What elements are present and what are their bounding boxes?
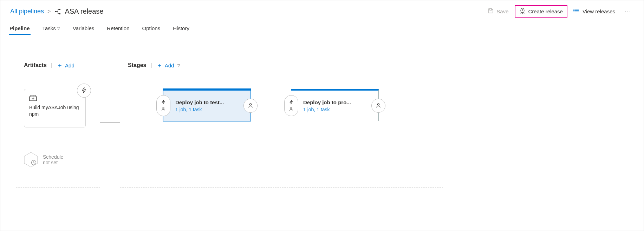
svg-point-9 — [573, 10, 574, 11]
stage-name: Deploy job to pro... — [303, 99, 351, 105]
connector-line — [100, 122, 120, 123]
add-stage-button[interactable]: ＋ Add ▽ — [156, 62, 181, 68]
divider: | — [150, 62, 152, 68]
more-menu-button[interactable]: ⋯ — [621, 6, 635, 17]
tab-history[interactable]: History — [172, 21, 190, 35]
stage-card[interactable]: Deploy job to test... 1 job, 1 task — [163, 89, 251, 121]
stage-name: Deploy job to test... — [175, 99, 224, 105]
tab-options[interactable]: Options — [142, 21, 161, 35]
artifact-trigger-button[interactable] — [77, 84, 91, 98]
artifacts-panel: Artifacts | ＋ Add Build myASAJob using n… — [16, 52, 100, 187]
schedule-label-line1: Schedule — [43, 154, 63, 160]
svg-rect-2 — [59, 13, 60, 14]
person-icon — [376, 103, 381, 109]
stage-pre-conditions-button[interactable] — [284, 95, 298, 116]
page-title: ASA release — [65, 7, 103, 15]
pipeline-icon — [54, 8, 61, 15]
svg-point-4 — [522, 9, 523, 11]
breadcrumb-root[interactable]: All pipelines — [10, 8, 44, 15]
view-releases-button[interactable]: View releases — [569, 5, 620, 18]
svg-point-17 — [377, 103, 379, 105]
plus-icon: ＋ — [57, 62, 63, 68]
schedule-label-line2: not set — [43, 160, 63, 165]
lightning-icon — [161, 100, 165, 106]
artifact-card[interactable]: Build myASAJob using npm — [24, 89, 86, 127]
tab-variables[interactable]: Variables — [72, 21, 95, 35]
create-release-label: Create release — [528, 8, 563, 14]
tab-bar: Pipeline Tasks▽ Variables Retention Opti… — [0, 21, 644, 35]
person-icon — [248, 103, 253, 109]
stages-heading: Stages — [128, 62, 146, 68]
breadcrumb-separator: > — [47, 8, 51, 15]
add-stage-label: Add — [165, 62, 174, 68]
save-icon — [488, 8, 494, 15]
schedule-badge[interactable]: Schedule not set — [24, 152, 92, 167]
lightning-icon — [81, 87, 87, 94]
add-artifact-label: Add — [65, 62, 74, 68]
stage-post-conditions-button[interactable] — [371, 99, 385, 113]
lightning-icon — [289, 100, 293, 106]
person-icon — [161, 106, 165, 112]
svg-point-16 — [291, 107, 292, 109]
chevron-down-icon: ▽ — [177, 64, 180, 67]
person-icon — [289, 106, 293, 112]
create-release-button[interactable]: Create release — [515, 5, 567, 18]
stages-panel: Stages | ＋ Add ▽ Deploy job to test... 1… — [120, 52, 443, 187]
svg-point-8 — [573, 9, 574, 9]
svg-point-10 — [573, 12, 574, 12]
save-label: Save — [496, 8, 508, 14]
artifacts-heading: Artifacts — [24, 62, 47, 68]
rocket-icon — [519, 8, 526, 15]
stage-tasks-link[interactable]: 1 job, 1 task — [175, 107, 224, 112]
tab-pipeline[interactable]: Pipeline — [9, 21, 31, 35]
stage-post-conditions-button[interactable] — [243, 99, 258, 113]
view-releases-label: View releases — [583, 8, 615, 14]
svg-rect-3 — [490, 9, 492, 10]
svg-point-14 — [163, 107, 164, 109]
stage-card[interactable]: Deploy job to pro... 1 job, 1 task — [291, 89, 379, 121]
package-icon — [29, 94, 80, 102]
artifact-title: Build myASAJob using npm — [29, 104, 80, 118]
tab-tasks[interactable]: Tasks▽ — [42, 21, 61, 35]
svg-rect-0 — [55, 11, 56, 12]
list-icon — [573, 8, 580, 15]
svg-rect-1 — [59, 9, 60, 10]
stage-tasks-link[interactable]: 1 job, 1 task — [303, 107, 351, 112]
stage-pre-conditions-button[interactable] — [156, 95, 170, 116]
divider: | — [51, 62, 52, 68]
save-button: Save — [483, 6, 513, 17]
plus-icon: ＋ — [156, 62, 163, 68]
chevron-down-icon: ▽ — [57, 26, 60, 30]
tab-retention[interactable]: Retention — [106, 21, 130, 35]
add-artifact-button[interactable]: ＋ Add — [57, 62, 74, 68]
